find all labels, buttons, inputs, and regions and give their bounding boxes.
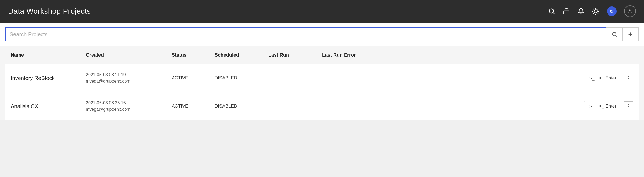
row-1-enter-button[interactable]: >_ >_ Enter bbox=[584, 73, 621, 83]
table-header: Name Created Status Scheduled Last Run L… bbox=[5, 46, 639, 64]
col-name: Name bbox=[11, 52, 86, 58]
table-row: Inventory ReStock 2021-05-03 03:11:19 mv… bbox=[5, 64, 639, 92]
row-1-more-button[interactable]: ⋮ bbox=[624, 73, 633, 83]
row-2-actions: >_ >_ Enter ⋮ bbox=[392, 101, 633, 111]
svg-line-11 bbox=[598, 9, 598, 9]
col-last-run-error: Last Run Error bbox=[322, 52, 392, 58]
row-1-scheduled: DISABLED bbox=[215, 75, 268, 81]
header: Data Workshop Projects bbox=[0, 0, 644, 23]
lock-icon[interactable] bbox=[563, 8, 570, 15]
search-area: + bbox=[0, 23, 644, 46]
row-1-name: Inventory ReStock bbox=[11, 75, 86, 81]
add-project-button[interactable]: + bbox=[623, 27, 639, 41]
header-icons: 0⃝ bbox=[548, 5, 636, 17]
row-2-enter-button[interactable]: >_ >_ Enter bbox=[584, 101, 621, 111]
svg-line-6 bbox=[593, 9, 594, 9]
lightbulb-icon[interactable] bbox=[592, 8, 599, 15]
bell-icon[interactable] bbox=[577, 8, 584, 15]
svg-point-3 bbox=[594, 10, 597, 13]
svg-rect-2 bbox=[564, 11, 569, 14]
row-2-more-button[interactable]: ⋮ bbox=[624, 101, 633, 111]
svg-line-14 bbox=[616, 35, 617, 36]
col-created: Created bbox=[86, 52, 172, 58]
user-avatar[interactable] bbox=[624, 5, 636, 17]
col-status: Status bbox=[172, 52, 215, 58]
search-icon[interactable] bbox=[548, 8, 555, 15]
svg-line-7 bbox=[598, 13, 598, 14]
row-2-name: Analisis CX bbox=[11, 103, 86, 109]
svg-line-1 bbox=[553, 13, 554, 14]
row-2-status: ACTIVE bbox=[172, 104, 215, 109]
page-title: Data Workshop Projects bbox=[8, 7, 91, 16]
row-1-status: ACTIVE bbox=[172, 75, 215, 81]
row-2-scheduled: DISABLED bbox=[215, 104, 268, 109]
col-scheduled: Scheduled bbox=[215, 52, 268, 58]
badge-number: 0⃝ bbox=[607, 6, 617, 16]
projects-table: Name Created Status Scheduled Last Run L… bbox=[0, 46, 644, 120]
col-last-run: Last Run bbox=[268, 52, 322, 58]
svg-line-10 bbox=[593, 13, 594, 14]
search-input-wrapper bbox=[5, 27, 606, 41]
badge-icon[interactable]: 0⃝ bbox=[607, 6, 617, 16]
row-1-actions: >_ >_ Enter ⋮ bbox=[392, 73, 633, 83]
row-1-created: 2021-05-03 03:11:19 mvega@grupoenx.com bbox=[86, 72, 172, 84]
table-row: Analisis CX 2021-05-03 03:35:15 mvega@gr… bbox=[5, 92, 639, 120]
svg-point-12 bbox=[629, 9, 631, 11]
search-input[interactable] bbox=[10, 31, 602, 38]
search-button[interactable] bbox=[606, 27, 623, 41]
col-actions bbox=[392, 52, 633, 58]
row-2-created: 2021-05-03 03:35:15 mvega@grupoenx.com bbox=[86, 100, 172, 113]
